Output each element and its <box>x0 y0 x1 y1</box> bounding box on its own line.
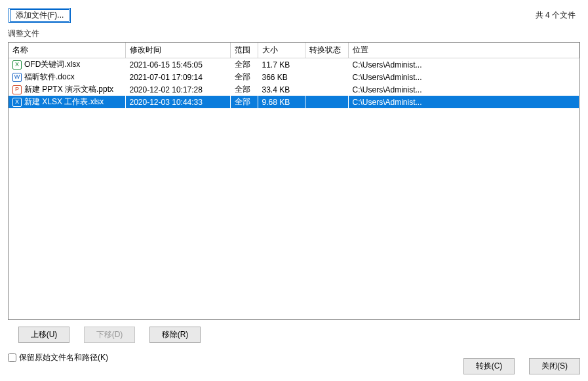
cell-range: 全部 <box>230 96 258 108</box>
table-row[interactable]: P新建 PPTX 演示文稿.pptx2020-12-02 10:17:28全部3… <box>9 83 579 96</box>
table-row[interactable]: XOFD关键词.xlsx2021-06-15 15:45:05全部11.7 KB… <box>9 58 579 71</box>
col-location[interactable]: 位置 <box>348 43 579 58</box>
cell-size: 11.7 KB <box>258 58 305 71</box>
file-count-label: 共 4 个文件 <box>536 10 576 21</box>
col-status[interactable]: 转换状态 <box>305 43 348 58</box>
move-up-button[interactable]: 上移(U) <box>18 327 69 343</box>
file-table[interactable]: 名称 修改时间 范围 大小 转换状态 位置 XOFD关键词.xlsx2021-0… <box>8 42 580 320</box>
cell-range: 全部 <box>230 58 258 71</box>
cell-status <box>305 83 348 96</box>
col-range[interactable]: 范围 <box>230 43 258 58</box>
cell-location: C:\Users\Administ... <box>348 96 579 108</box>
cell-size: 33.4 KB <box>258 83 305 96</box>
cell-size: 9.68 KB <box>258 96 305 108</box>
cell-range: 全部 <box>230 71 258 83</box>
cell-location: C:\Users\Administ... <box>348 71 579 83</box>
cell-size: 366 KB <box>258 71 305 83</box>
cell-modified: 2021-06-15 15:45:05 <box>125 58 230 71</box>
docx-file-icon: W <box>12 73 22 82</box>
file-name: 新建 XLSX 工作表.xlsx <box>24 96 104 108</box>
col-size[interactable]: 大小 <box>258 43 305 58</box>
cell-status <box>305 71 348 83</box>
table-row[interactable]: X新建 XLSX 工作表.xlsx2020-12-03 10:44:33全部9.… <box>9 96 579 108</box>
close-button[interactable]: 关闭(S) <box>529 358 580 374</box>
table-row[interactable]: W福昕软件.docx2021-07-01 17:09:14全部366 KBC:\… <box>9 71 579 83</box>
file-name: 福昕软件.docx <box>24 71 75 83</box>
cell-modified: 2020-12-03 10:44:33 <box>125 96 230 108</box>
xlsx-file-icon: X <box>12 98 22 107</box>
file-name: OFD关键词.xlsx <box>24 59 80 70</box>
keep-path-checkbox[interactable] <box>8 353 16 362</box>
remove-button[interactable]: 移除(R) <box>149 327 201 343</box>
cell-status <box>305 96 348 108</box>
section-label: 调整文件 <box>0 27 588 42</box>
pptx-file-icon: P <box>12 85 22 94</box>
cell-location: C:\Users\Administ... <box>348 58 579 71</box>
file-name: 新建 PPTX 演示文稿.pptx <box>24 84 113 95</box>
cell-modified: 2021-07-01 17:09:14 <box>125 71 230 83</box>
cell-location: C:\Users\Administ... <box>348 83 579 96</box>
cell-range: 全部 <box>230 83 258 96</box>
move-down-button: 下移(D) <box>84 327 135 343</box>
cell-modified: 2020-12-02 10:17:28 <box>125 83 230 96</box>
add-file-button[interactable]: 添加文件(F)... <box>9 8 71 23</box>
col-modified[interactable]: 修改时间 <box>125 43 230 58</box>
xlsx-file-icon: X <box>12 60 22 70</box>
keep-path-label: 保留原始文件名和路径(K) <box>19 352 108 363</box>
cell-status <box>305 58 348 71</box>
col-name[interactable]: 名称 <box>9 43 125 58</box>
convert-button[interactable]: 转换(C) <box>463 358 515 374</box>
